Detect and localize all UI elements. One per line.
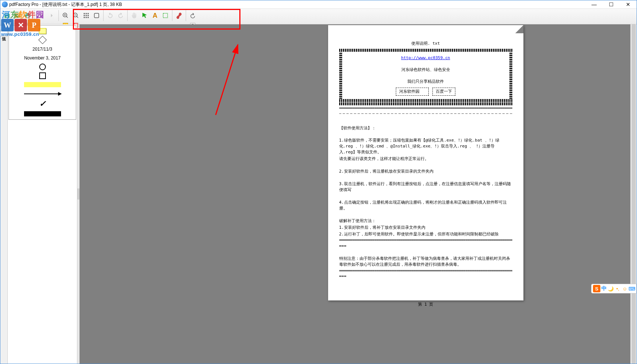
maximize-button[interactable]: ☐ [603,0,620,8]
save-button[interactable]: E [2,11,12,20]
stamp-redact[interactable] [11,110,74,117]
thumbnails-button[interactable] [81,11,91,20]
stamp-highlight[interactable] [11,81,74,88]
toolbar: E S P + - [0,9,637,24]
tab-letterhead[interactable]: 信笺 [0,31,8,36]
pointer-tool[interactable] [140,11,149,20]
undo-button[interactable] [105,11,115,20]
app-window: 河东软件园 W ✕ P www.pc0359.cn pdfFactory Pro… [0,0,637,364]
zoom-in-button[interactable]: + [61,11,70,20]
ime-moon-icon[interactable]: 🌙 [608,286,614,292]
document-viewer[interactable]: 使用说明. txt http://www.pc0359.cn 河东绿色软件站、绿… [80,24,637,364]
fullscreen-button[interactable] [92,11,101,20]
stamp-checkmark[interactable]: ✓ [11,99,74,108]
content-area: 任务 信笺 2017/11/3 November 3, 2017 ✓ [0,24,637,364]
ime-lang[interactable]: 中 [601,285,607,292]
svg-rect-6 [86,15,87,16]
back-button[interactable] [37,11,46,20]
stamp-diamond[interactable] [11,37,74,43]
header-box: http://www.pc0359.cn 河东绿色软件站、绿色安全 我们只分享精… [342,52,509,99]
svg-rect-8 [84,17,85,18]
sidebar-stamps: 2017/11/3 November 3, 2017 ✓ [8,24,77,364]
redo-button[interactable] [116,11,125,20]
vertical-scrollbar[interactable] [630,24,637,364]
ime-toolbar[interactable]: S 中 🌙 •, ☺ ⌨ [591,284,637,293]
stamp-square[interactable] [11,72,74,79]
ime-face-icon[interactable]: ☺ [622,286,628,292]
email-button[interactable]: S [13,11,22,20]
close-button[interactable]: ✕ [620,0,637,8]
svg-rect-4 [88,13,89,14]
svg-rect-10 [88,17,89,18]
svg-rect-12 [163,13,168,18]
sogou-icon[interactable]: S [593,285,600,292]
app-icon [2,1,8,7]
btn-site[interactable]: 河东软件园 [396,88,429,96]
stamp-arrow[interactable] [11,91,74,97]
page-fold-icon [515,25,523,33]
svg-rect-11 [94,13,99,18]
forward-button[interactable] [47,11,57,20]
ime-punct-icon[interactable]: •, [615,286,621,292]
site-url[interactable]: http://www.pc0359.cn [401,55,450,60]
select-area-tool[interactable] [161,11,170,20]
svg-line-13 [216,45,238,115]
side-tabs: 任务 信笺 [0,24,8,364]
svg-rect-7 [88,15,89,16]
link-tool[interactable] [174,11,184,20]
minimize-button[interactable]: — [586,0,603,8]
svg-rect-9 [86,17,87,18]
zoom-out-button[interactable]: - [71,11,81,20]
stamp-note[interactable] [11,28,74,34]
ime-keyboard-icon[interactable]: ⌨ [629,286,635,292]
page-number: 第 1 页 [339,302,512,307]
svg-rect-2 [84,13,85,14]
window-title: pdfFactory Pro - [使用说明.txt - 记事本_1.pdf] … [9,1,586,8]
text-tool[interactable]: A [150,11,160,20]
stamp-date-long[interactable]: November 3, 2017 [11,55,74,61]
window-controls: — ☐ ✕ [586,0,637,8]
stamp-date-short[interactable]: 2017/11/3 [11,45,74,52]
pdf-page: 使用说明. txt http://www.pc0359.cn 河东绿色软件站、绿… [328,25,523,300]
titlebar: pdfFactory Pro - [使用说明.txt - 记事本_1.pdf] … [0,0,637,9]
print-button[interactable]: P [23,11,33,20]
svg-rect-3 [86,13,87,14]
svg-rect-5 [84,15,85,16]
stamp-circle[interactable] [11,64,74,70]
annotation-arrow [212,41,286,119]
rotate-button[interactable]: R [188,11,198,20]
body-text: 【软件使用方法】： 1.绿色版软件，不需要安装；压缩包里如果有【@绿化工具.ex… [339,125,512,280]
hand-tool[interactable] [129,11,139,20]
doc-title: 使用说明. txt [339,41,512,47]
btn-baidu[interactable]: 百度一下 [432,88,455,96]
